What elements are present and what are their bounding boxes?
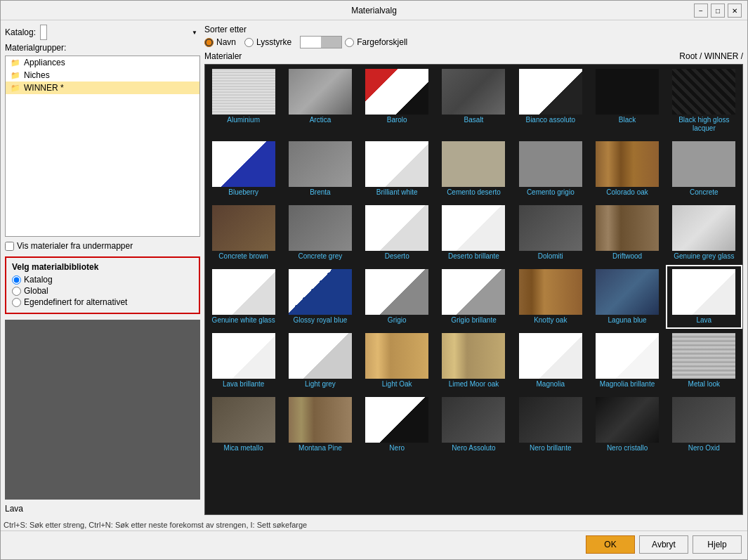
material-item-grigio[interactable]: Grigio (359, 265, 435, 329)
tree-item-niches[interactable]: 📁Niches (6, 69, 199, 82)
restore-button[interactable]: □ (711, 4, 725, 18)
material-item-grigio-brillante[interactable]: Grigio brillante (435, 265, 512, 329)
material-item-metal-look[interactable]: Metal look (666, 329, 742, 393)
main-window: Materialvalg − □ ✕ Katalog: ▼ Materialgr… (0, 0, 748, 560)
material-item-genuine-white-glass[interactable]: Genuine white glass (205, 265, 282, 329)
sort-lysstyrke-radio[interactable] (244, 38, 254, 47)
material-thumb-genuine-white-glass (212, 269, 275, 315)
material-item-brilliant-white[interactable]: Brilliant white (359, 137, 435, 201)
material-thumb-mica-metallo (212, 397, 275, 443)
catalog-dropdown[interactable] (40, 25, 47, 40)
selected-material-label: Lava (5, 502, 200, 515)
material-preview (5, 320, 200, 500)
material-item-deserto[interactable]: Deserto (359, 201, 435, 265)
sort-navn-radio[interactable] (204, 38, 214, 47)
material-item-concrete-grey[interactable]: Concrete grey (282, 201, 358, 265)
chevron-down-icon: ▼ (192, 30, 197, 36)
status-text: Ctrl+S: Søk etter streng, Ctrl+N: Søk et… (4, 521, 307, 529)
material-name-mica-metallo: Mica metallo (224, 444, 263, 452)
material-item-laguna-blue[interactable]: Laguna blue (589, 265, 665, 329)
material-item-cemento-grigio[interactable]: Cemento grigio (512, 137, 589, 201)
sort-fargeforskjell: Fargeforskjell (300, 36, 407, 48)
material-thumb-metal-look (672, 333, 735, 379)
material-item-concrete-brown[interactable]: Concrete brown (205, 201, 282, 265)
material-name-magnolia-brillante: Magnolia brillante (600, 380, 655, 389)
radio-katalog-row: Katalog (12, 275, 193, 285)
material-item-knotty-oak[interactable]: Knotty oak (512, 265, 589, 329)
material-thumb-brenta (289, 141, 352, 187)
ok-button[interactable]: OK (586, 535, 635, 554)
material-item-lava[interactable]: Lava (666, 265, 742, 329)
material-item-nero-brillante[interactable]: Nero brillante (512, 393, 589, 457)
material-item-aluminium[interactable]: Aluminium (205, 65, 282, 137)
material-thumb-light-oak (365, 333, 428, 379)
status-bar: Ctrl+S: Søk etter streng, Ctrl+N: Søk et… (1, 519, 747, 530)
radio-katalog[interactable] (12, 275, 21, 285)
sort-lysstyrke-label: Lysstyrke (256, 37, 291, 47)
material-thumb-deserto-brillante (442, 205, 505, 251)
materials-grid-container[interactable]: AluminiumArcticaBaroloBasaltBianco assol… (204, 64, 743, 515)
material-item-light-oak[interactable]: Light Oak (359, 329, 435, 393)
tree-item-label: WINNER * (24, 83, 64, 93)
material-item-glossy-royal-blue[interactable]: Glossy royal blue (282, 265, 358, 329)
material-thumb-montana-pine (289, 397, 352, 443)
material-name-concrete-brown: Concrete brown (218, 252, 268, 261)
radio-egendefinert[interactable] (12, 298, 21, 307)
material-item-mica-metallo[interactable]: Mica metallo (205, 393, 282, 457)
content-area: Katalog: ▼ Materialgrupper: 📁Appliances📁… (1, 20, 747, 519)
material-item-limed-moor-oak[interactable]: Limed Moor oak (435, 329, 512, 393)
material-item-basalt[interactable]: Basalt (435, 65, 512, 137)
tree-item-winner[interactable]: 📁WINNER * (6, 82, 199, 94)
left-panel: Katalog: ▼ Materialgrupper: 📁Appliances📁… (5, 25, 200, 515)
material-thumb-laguna-blue (596, 269, 659, 315)
material-item-colorado-oak[interactable]: Colorado oak (589, 137, 665, 201)
help-button[interactable]: Hjelp (693, 535, 742, 554)
material-item-brenta[interactable]: Brenta (282, 137, 358, 201)
material-item-cemento-deserto[interactable]: Cemento deserto (435, 137, 512, 201)
radio-global[interactable] (12, 287, 21, 296)
material-item-arctica[interactable]: Arctica (282, 65, 358, 137)
material-item-concrete[interactable]: Concrete (666, 137, 742, 201)
material-item-barolo[interactable]: Barolo (359, 65, 435, 137)
material-thumb-arctica (289, 69, 352, 115)
material-name-lava-brillante: Lava brillante (223, 380, 264, 389)
material-item-nero[interactable]: Nero (359, 393, 435, 457)
material-name-brenta: Brenta (310, 188, 330, 197)
material-item-light-grey[interactable]: Light grey (282, 329, 358, 393)
vis-materialer-label[interactable]: Vis materialer fra undermapper (17, 241, 133, 251)
material-item-black[interactable]: Black (589, 65, 665, 137)
material-thumb-nero (365, 397, 428, 443)
material-item-deserto-brillante[interactable]: Deserto brillante (435, 201, 512, 265)
window-title: Materialvalg (351, 6, 397, 15)
material-name-nero: Nero (389, 444, 405, 452)
tree-item-appliances[interactable]: 📁Appliances (6, 56, 199, 69)
close-button[interactable]: ✕ (728, 4, 742, 18)
minimize-button[interactable]: − (694, 4, 708, 18)
materials-header: Materialer Root / WINNER / (204, 51, 743, 61)
folder-icon: 📁 (10, 83, 21, 93)
sort-fargeforskjell-radio[interactable] (345, 38, 354, 47)
material-name-glossy-royal-blue: Glossy royal blue (294, 316, 348, 325)
material-thumb-colorado-oak (596, 141, 659, 187)
material-item-genuine-grey-glass[interactable]: Genuine grey glass (666, 201, 742, 265)
material-item-dolomiti[interactable]: Dolomiti (512, 201, 589, 265)
material-item-nero-assoluto[interactable]: Nero Assoluto (435, 393, 512, 457)
cancel-button[interactable]: Avbryt (639, 535, 688, 554)
material-item-black-high-gloss[interactable]: Black high gloss lacquer (666, 65, 742, 137)
material-name-aluminium: Aluminium (227, 116, 260, 124)
material-item-blueberry[interactable]: Blueberry (205, 137, 282, 201)
material-name-grigio-brillante: Grigio brillante (451, 316, 496, 325)
material-item-driftwood[interactable]: Driftwood (589, 201, 665, 265)
material-item-lava-brillante[interactable]: Lava brillante (205, 329, 282, 393)
material-thumb-cemento-grigio (519, 141, 582, 187)
material-item-magnolia[interactable]: Magnolia (512, 329, 589, 393)
vis-materialer-checkbox[interactable] (5, 242, 14, 251)
material-item-bianco-assoluto[interactable]: Bianco assoluto (512, 65, 589, 137)
material-item-nero-oxid[interactable]: Nero Oxid (666, 393, 742, 457)
material-item-nero-cristallo[interactable]: Nero cristallo (589, 393, 665, 457)
library-box: Velg materialbibliotek Katalog Global Eg… (5, 256, 200, 314)
material-name-lava: Lava (697, 316, 712, 325)
material-item-montana-pine[interactable]: Montana Pine (282, 393, 358, 457)
material-item-magnolia-brillante[interactable]: Magnolia brillante (589, 329, 665, 393)
catalog-row: Katalog: ▼ (5, 25, 200, 40)
